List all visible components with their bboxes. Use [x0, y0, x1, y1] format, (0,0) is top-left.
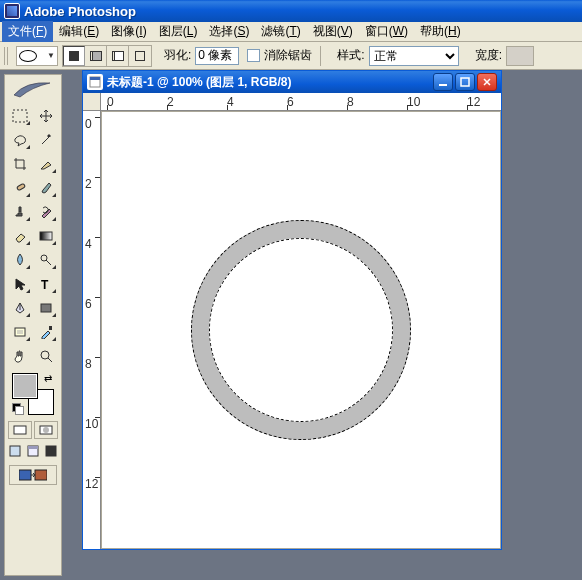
tool-wand[interactable] [34, 129, 58, 151]
selection-intersect-button[interactable] [129, 46, 151, 66]
tool-move[interactable] [34, 105, 58, 127]
document-area: 未标题-1 @ 100% (图层 1, RGB/8) 024681012 024… [66, 70, 582, 580]
tool-healing[interactable] [8, 177, 32, 199]
ruler-v-label: 0 [85, 117, 92, 131]
tool-preset-dropdown[interactable]: ▼ [16, 46, 58, 66]
svg-rect-21 [461, 78, 469, 86]
edit-quickmask-mode-button[interactable] [34, 421, 58, 439]
foreground-color-swatch[interactable] [12, 373, 38, 399]
svg-rect-2 [40, 232, 52, 240]
svg-rect-17 [35, 470, 47, 480]
tool-eyedropper[interactable] [34, 321, 58, 343]
ruler-h-label: 10 [407, 95, 420, 109]
window-close-button[interactable] [477, 73, 497, 91]
tool-notes[interactable] [8, 321, 32, 343]
ruler-h-label: 4 [227, 95, 234, 109]
ruler-h-label: 0 [107, 95, 114, 109]
color-swatches: ⇄ [12, 373, 54, 415]
menu-window[interactable]: 窗口(W) [359, 21, 414, 42]
menu-help[interactable]: 帮助(H) [414, 21, 467, 42]
menu-view[interactable]: 视图(V) [307, 21, 359, 42]
app-title: Adobe Photoshop [24, 4, 136, 19]
options-divider [320, 46, 321, 66]
menu-select[interactable]: 选择(S) [203, 21, 255, 42]
menu-file[interactable]: 文件(F) [2, 21, 53, 42]
antialias-label: 消除锯齿 [264, 47, 312, 64]
antialias-checkbox[interactable] [247, 49, 260, 62]
tool-brush[interactable] [34, 177, 58, 199]
toolbox-header-icon [9, 77, 57, 101]
width-input [506, 46, 534, 66]
document-titlebar[interactable]: 未标题-1 @ 100% (图层 1, RGB/8) [83, 71, 501, 93]
svg-rect-15 [46, 446, 56, 456]
ruler-v-label: 12 [85, 477, 98, 491]
swap-colors-icon[interactable]: ⇄ [44, 373, 52, 384]
workspace: T ⇄ [0, 70, 582, 580]
antialias-checkbox-row[interactable]: 消除锯齿 [247, 47, 312, 64]
ruler-corner [83, 93, 101, 111]
tool-slice[interactable] [34, 153, 58, 175]
ruler-v-label: 6 [85, 297, 92, 311]
window-minimize-button[interactable] [433, 73, 453, 91]
menu-layer[interactable]: 图层(L) [153, 21, 204, 42]
selection-add-button[interactable] [85, 46, 107, 66]
ruler-v-label: 8 [85, 357, 92, 371]
svg-rect-1 [17, 183, 26, 190]
app-icon [4, 3, 20, 19]
svg-text:T: T [41, 278, 49, 291]
svg-rect-16 [19, 470, 31, 480]
default-colors-icon[interactable] [12, 403, 24, 415]
selection-mode-group [62, 45, 152, 67]
tool-zoom[interactable] [34, 345, 58, 367]
svg-rect-0 [13, 110, 27, 122]
menu-bar: 文件(F) 编辑(E) 图像(I) 图层(L) 选择(S) 滤镜(T) 视图(V… [0, 22, 582, 42]
ruler-v-label: 10 [85, 417, 98, 431]
edit-standard-mode-button[interactable] [8, 421, 32, 439]
toolbox: T ⇄ [4, 74, 62, 576]
tool-gradient[interactable] [34, 225, 58, 247]
ruler-vertical[interactable]: 024681012 [83, 111, 101, 549]
document-icon [87, 74, 103, 90]
svg-rect-20 [439, 84, 447, 86]
tool-eraser[interactable] [8, 225, 32, 247]
menu-filter[interactable]: 滤镜(T) [255, 21, 306, 42]
ruler-h-label: 2 [167, 95, 174, 109]
jump-to-imageready-button[interactable] [9, 465, 57, 485]
screen-full-button[interactable] [43, 443, 59, 459]
ruler-v-label: 2 [85, 177, 92, 191]
tool-hand[interactable] [8, 345, 32, 367]
feather-input[interactable] [195, 47, 239, 65]
ruler-h-label: 8 [347, 95, 354, 109]
tool-type[interactable]: T [34, 273, 58, 295]
app-titlebar: Adobe Photoshop [0, 0, 582, 22]
screen-full-menubar-button[interactable] [25, 443, 41, 459]
tool-marquee[interactable] [8, 105, 32, 127]
svg-rect-9 [14, 426, 26, 434]
document-title: 未标题-1 @ 100% (图层 1, RGB/8) [107, 74, 291, 91]
window-maximize-button[interactable] [455, 73, 475, 91]
tool-pen[interactable] [8, 297, 32, 319]
tool-lasso[interactable] [8, 129, 32, 151]
feather-label: 羽化: [164, 47, 191, 64]
ruler-h-label: 12 [467, 95, 480, 109]
tool-dodge[interactable] [34, 249, 58, 271]
canvas[interactable] [101, 111, 501, 549]
tool-blur[interactable] [8, 249, 32, 271]
options-grip[interactable] [4, 47, 10, 65]
tool-stamp[interactable] [8, 201, 32, 223]
tool-shape[interactable] [34, 297, 58, 319]
ruler-horizontal[interactable]: 024681012 [101, 93, 501, 111]
selection-new-button[interactable] [63, 46, 85, 66]
svg-rect-19 [90, 77, 100, 80]
svg-rect-6 [15, 328, 25, 336]
menu-edit[interactable]: 编辑(E) [53, 21, 105, 42]
svg-point-8 [41, 351, 49, 359]
svg-rect-7 [49, 326, 52, 330]
tool-crop[interactable] [8, 153, 32, 175]
screen-standard-button[interactable] [7, 443, 23, 459]
tool-history-brush[interactable] [34, 201, 58, 223]
menu-image[interactable]: 图像(I) [105, 21, 152, 42]
selection-subtract-button[interactable] [107, 46, 129, 66]
tool-path-select[interactable] [8, 273, 32, 295]
style-select[interactable]: 正常 [369, 46, 459, 66]
